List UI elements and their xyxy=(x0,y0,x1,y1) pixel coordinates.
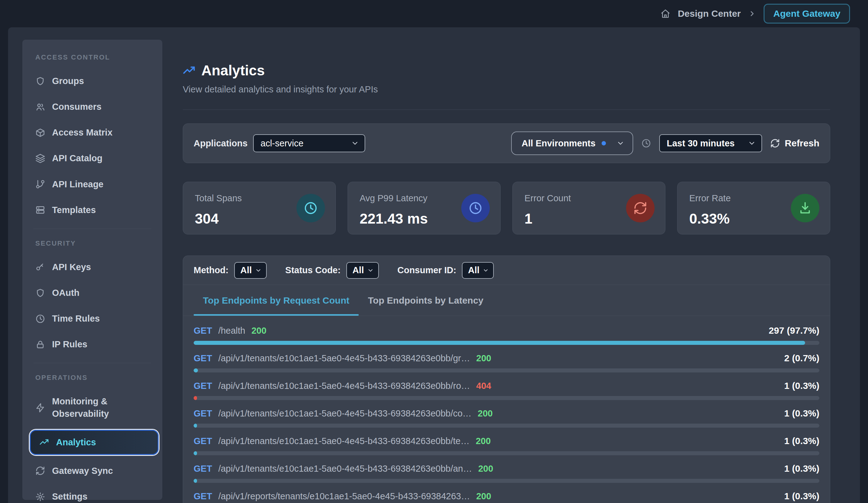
endpoint-row: GET /api/v1/tenants/e10c1ae1-5ae0-4e45-b… xyxy=(194,458,819,486)
sidebar-item-api-catalog[interactable]: API Catalog xyxy=(33,145,151,171)
sidebar-divider xyxy=(33,363,151,363)
endpoint-row: GET /api/v1/tenants/e10c1ae1-5ae0-4e45-b… xyxy=(194,431,819,458)
sidebar-item-access-matrix[interactable]: Access Matrix xyxy=(33,120,151,145)
method-select-value: All xyxy=(240,265,252,275)
endpoint-status: 200 xyxy=(251,325,266,336)
endpoint-progress-fill xyxy=(194,369,198,372)
sidebar-item-consumers[interactable]: Consumers xyxy=(33,94,151,120)
endpoint-path: /health xyxy=(218,325,245,336)
endpoints-tabs: Top Endpoints by Request Count Top Endpo… xyxy=(183,285,830,316)
refresh-button[interactable]: Refresh xyxy=(770,138,819,149)
endpoint-progress-fill xyxy=(194,451,197,455)
clock-icon xyxy=(297,194,325,222)
shield-icon xyxy=(35,76,45,86)
endpoint-progress-track xyxy=(194,341,819,345)
sidebar-item-ip-rules[interactable]: IP Rules xyxy=(33,332,151,357)
sidebar-item-label: Time Rules xyxy=(52,313,100,325)
endpoint-path: /api/v1/tenants/e10c1ae1-5ae0-4e45-b433-… xyxy=(218,436,469,446)
endpoint-progress-track xyxy=(194,396,819,400)
applications-label: Applications xyxy=(194,138,248,149)
sidebar-item-groups[interactable]: Groups xyxy=(33,68,151,94)
sidebar-section-security: SECURITY xyxy=(35,239,151,248)
sidebar-item-label: Gateway Sync xyxy=(52,465,113,477)
refresh-icon xyxy=(35,466,45,476)
sidebar-item-gateway-sync[interactable]: Gateway Sync xyxy=(33,458,151,484)
endpoint-count: 1 (0.3%) xyxy=(784,463,819,474)
endpoint-path: /api/v1/tenants/e10c1ae1-5ae0-4e45-b433-… xyxy=(218,381,470,391)
breadcrumb-root[interactable]: Design Center xyxy=(678,8,741,19)
lock-icon xyxy=(35,340,45,350)
endpoint-row: GET /health 200 297 (97.7%) xyxy=(194,320,819,348)
sidebar-item-label: Templates xyxy=(52,204,96,216)
stat-card-avg-p99-latency: Avg P99 Latency 221.43 ms xyxy=(348,182,500,234)
page-header: Analytics xyxy=(183,62,830,79)
endpoint-progress-fill xyxy=(194,396,197,400)
breadcrumb-current[interactable]: Agent Gateway xyxy=(764,4,850,23)
endpoint-progress-track xyxy=(194,479,819,483)
method-select[interactable]: All xyxy=(234,262,267,279)
endpoint-status: 200 xyxy=(478,409,493,419)
stat-card-error-count: Error Count 1 xyxy=(513,182,665,234)
tab-top-endpoints-by-request-count[interactable]: Top Endpoints by Request Count xyxy=(194,285,359,316)
environment-status-dot xyxy=(602,141,606,145)
sidebar-item-templates[interactable]: Templates xyxy=(33,197,151,223)
endpoint-method: GET xyxy=(194,464,212,474)
endpoint-method: GET xyxy=(194,436,212,446)
zap-icon xyxy=(35,403,45,413)
environment-select[interactable]: All Environments xyxy=(511,131,633,155)
clock-icon xyxy=(35,314,45,324)
endpoints-list: GET /health 200 297 (97.7%) GET /api/v1/… xyxy=(183,316,830,503)
method-label: Method: xyxy=(194,265,229,275)
users-icon xyxy=(35,102,45,112)
endpoint-method: GET xyxy=(194,353,212,363)
endpoint-progress-fill xyxy=(194,341,805,345)
refresh-label: Refresh xyxy=(785,138,819,149)
chevron-down-icon xyxy=(351,139,359,147)
sidebar-section-operations: OPERATIONS xyxy=(35,374,151,382)
status-code-select[interactable]: All xyxy=(346,262,379,279)
sidebar-item-label: API Keys xyxy=(52,261,91,273)
endpoint-method: GET xyxy=(194,381,212,391)
endpoint-row: GET /api/v1/reports/tenants/e10c1ae1-5ae… xyxy=(194,486,819,503)
endpoints-card: Method: All Status Code: All Consumer ID… xyxy=(183,255,830,503)
clock-icon xyxy=(461,194,490,222)
consumer-id-label: Consumer ID: xyxy=(397,265,456,275)
endpoint-method: GET xyxy=(194,409,212,419)
main-panel: ACCESS CONTROL Groups Consumers Access M… xyxy=(8,27,860,503)
key-icon xyxy=(35,262,45,272)
sidebar-item-label: IP Rules xyxy=(52,338,87,350)
refresh-icon xyxy=(770,138,780,148)
sidebar-item-time-rules[interactable]: Time Rules xyxy=(33,306,151,332)
time-range-select[interactable]: Last 30 minutes xyxy=(659,134,762,152)
sidebar-item-api-keys[interactable]: API Keys xyxy=(33,254,151,280)
sidebar: ACCESS CONTROL Groups Consumers Access M… xyxy=(22,40,162,500)
page-title: Analytics xyxy=(202,62,265,79)
environment-select-value: All Environments xyxy=(522,138,596,149)
stat-card-error-rate: Error Rate 0.33% xyxy=(677,182,830,234)
sidebar-item-analytics[interactable]: Analytics xyxy=(30,430,158,455)
consumer-id-select[interactable]: All xyxy=(462,262,494,279)
endpoint-progress-fill xyxy=(194,479,197,483)
endpoint-method: GET xyxy=(194,491,212,502)
endpoint-path: /api/v1/tenants/e10c1ae1-5ae0-4e45-b433-… xyxy=(218,464,472,474)
endpoint-count: 1 (0.3%) xyxy=(784,381,819,391)
home-icon[interactable] xyxy=(660,9,670,19)
sidebar-item-api-lineage[interactable]: API Lineage xyxy=(33,171,151,197)
sidebar-item-oauth[interactable]: OAuth xyxy=(33,280,151,306)
trending-up-icon xyxy=(39,437,49,447)
sidebar-section-access-control: ACCESS CONTROL xyxy=(35,53,151,61)
refresh-icon xyxy=(626,194,654,222)
sidebar-item-settings[interactable]: Settings xyxy=(33,484,151,503)
sidebar-item-label: Settings xyxy=(52,491,87,503)
endpoint-progress-track xyxy=(194,369,819,372)
chevron-down-icon xyxy=(748,139,756,147)
endpoints-filter-row: Method: All Status Code: All Consumer ID… xyxy=(183,256,830,285)
sidebar-item-monitoring[interactable]: Monitoring & Observability xyxy=(33,389,151,426)
sidebar-item-label: Monitoring & Observability xyxy=(52,395,149,420)
tab-top-endpoints-by-latency[interactable]: Top Endpoints by Latency xyxy=(359,285,493,316)
applications-select-value: acl-service xyxy=(260,138,303,149)
endpoint-path: /api/v1/reports/tenants/e10c1ae1-5ae0-4e… xyxy=(218,491,470,502)
git-branch-icon xyxy=(35,179,45,189)
chevron-down-icon xyxy=(367,267,374,274)
applications-select[interactable]: acl-service xyxy=(253,134,365,152)
